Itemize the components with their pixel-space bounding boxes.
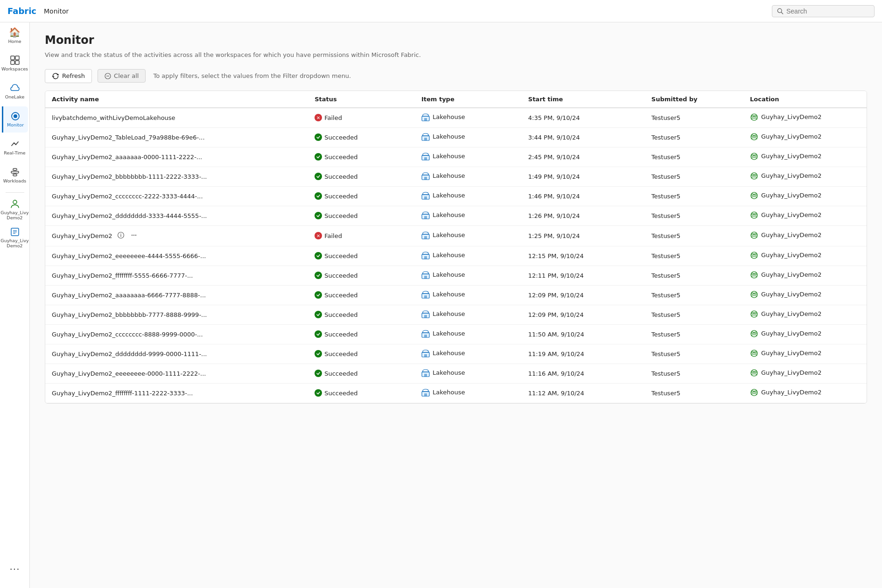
svg-point-83 (753, 293, 755, 294)
status-text: Failed (324, 114, 342, 121)
sidebar-item-guyhay2[interactable]: Guyhay_Livy Demo2 (2, 224, 28, 251)
search-box[interactable] (772, 5, 875, 17)
activity-name-cell[interactable]: Guyhay_LivyDemo2_cccccccc-8888-9999-0000… (45, 324, 308, 344)
location-content: Guyhay_LivyDemo2 (750, 310, 822, 318)
location-icon (750, 310, 758, 318)
succeeded-icon (315, 330, 322, 338)
location-text: Guyhay_LivyDemo2 (761, 389, 822, 396)
onelake-icon (10, 83, 20, 93)
refresh-icon (52, 72, 59, 80)
svg-rect-73 (424, 276, 427, 279)
start-time-cell: 2:45 PM, 9/10/24 (522, 147, 645, 167)
sidebar-item-onelake[interactable]: OneLake (2, 78, 28, 105)
sidebar-item-home[interactable]: 🏠 Home (2, 22, 28, 49)
status-text: Succeeded (324, 331, 357, 338)
fabric-logo: Fabric (7, 6, 36, 16)
item-type-text: Lakehouse (433, 133, 465, 140)
svg-point-57 (131, 234, 132, 235)
sidebar-item-workloads[interactable]: Workloads (2, 162, 28, 189)
activity-name-cell[interactable]: Guyhay_LivyDemo2_TableLoad_79a988be-69e6… (45, 127, 308, 147)
location-content: Guyhay_LivyDemo2 (750, 133, 822, 141)
location-text: Guyhay_LivyDemo2 (761, 192, 822, 199)
activity-name-cell[interactable]: livybatchdemo_withLivyDemoLakehouse (45, 108, 308, 128)
col-header-itemtype: Item type (415, 91, 522, 108)
lakehouse-icon (421, 388, 430, 397)
start-time-cell: 1:49 PM, 9/10/24 (522, 167, 645, 186)
svg-point-23 (753, 115, 755, 117)
activity-name-cell[interactable]: Guyhay_LivyDemo2_eeeeeeee-0000-1111-2222… (45, 364, 308, 383)
status-cell: ✕Failed (308, 108, 415, 128)
item-type-content: Lakehouse (421, 133, 465, 141)
refresh-button[interactable]: Refresh (45, 69, 92, 83)
activity-name-cell[interactable]: Guyhay_LivyDemo2_ffffffff-5555-6666-7777… (45, 266, 308, 285)
activity-name-cell[interactable]: Guyhay_LivyDemo2_dddddddd-3333-4444-5555… (45, 206, 308, 225)
sidebar-divider (6, 192, 24, 193)
succeeded-icon (315, 350, 322, 357)
start-time-cell: 11:19 AM, 9/10/24 (522, 344, 645, 364)
succeeded-icon (315, 252, 322, 259)
lakehouse-icon (421, 191, 430, 200)
start-time-cell: 12:09 PM, 9/10/24 (522, 285, 645, 305)
lakehouse-icon (421, 133, 430, 141)
item-type-text: Lakehouse (433, 231, 465, 238)
succeeded-icon (315, 153, 322, 161)
activity-name-cell[interactable]: Guyhay_LivyDemo2_eeeeeeee-4444-5555-6666… (45, 246, 308, 266)
sidebar-workloads-label: Workloads (3, 178, 26, 183)
succeeded-icon (315, 133, 322, 141)
location-cell: Guyhay_LivyDemo2 (743, 127, 867, 147)
activity-name-cell[interactable]: Guyhay_LivyDemo2_aaaaaaaa-6666-7777-8888… (45, 285, 308, 305)
status-badge: Succeeded (315, 173, 357, 180)
submitted-by-cell: Testuser5 (645, 305, 743, 324)
search-input[interactable] (786, 7, 869, 15)
activity-name-cell[interactable]: Guyhay_LivyDemo2_ffffffff-1111-2222-3333… (45, 383, 308, 403)
item-type-text: Lakehouse (433, 153, 465, 160)
submitted-by-cell: Testuser5 (645, 108, 743, 128)
svg-rect-3 (15, 56, 19, 60)
location-cell: Guyhay_LivyDemo2 (743, 383, 867, 403)
svg-rect-31 (424, 157, 427, 160)
activity-name-cell[interactable]: Guyhay_LivyDemo2_dddddddd-9999-0000-1111… (45, 344, 308, 364)
item-type-content: Lakehouse (421, 310, 465, 318)
location-content: Guyhay_LivyDemo2 (750, 152, 822, 161)
sidebar-item-guyhay1[interactable]: Guyhay_Livy Demo2 (2, 196, 28, 223)
table-row: Guyhay_LivyDemo2_ffffffff-5555-6666-7777… (45, 266, 867, 285)
sidebar-monitor-label: Monitor (7, 122, 24, 127)
location-content: Guyhay_LivyDemo2 (750, 231, 822, 239)
info-button[interactable] (116, 231, 126, 241)
section-label: Monitor (44, 7, 69, 15)
sidebar-item-workspaces[interactable]: Workspaces (2, 50, 28, 77)
activity-name-cell[interactable]: Guyhay_LivyDemo2_cccccccc-2222-3333-4444… (45, 186, 308, 206)
sidebar: 🏠 Home Workspaces OneLake Monitor Real-T… (0, 0, 30, 588)
submitted-by-cell: Testuser5 (645, 344, 743, 364)
item-type-text: Lakehouse (433, 291, 465, 298)
status-cell: Succeeded (308, 167, 415, 186)
svg-rect-49 (424, 216, 427, 219)
submitted-by-cell: Testuser5 (645, 225, 743, 246)
submitted-by-cell: Testuser5 (645, 127, 743, 147)
svg-rect-10 (13, 174, 17, 176)
location-content: Guyhay_LivyDemo2 (750, 290, 822, 299)
sidebar-item-more[interactable]: ··· (2, 556, 28, 582)
status-text: Succeeded (324, 193, 357, 200)
sidebar-item-realtime[interactable]: Real-Time (2, 134, 28, 161)
more-options-button[interactable] (129, 231, 139, 241)
svg-rect-67 (424, 256, 427, 259)
location-cell: Guyhay_LivyDemo2 (743, 167, 867, 186)
activity-name-cell[interactable]: Guyhay_LivyDemo2 (45, 225, 308, 246)
status-text: Succeeded (324, 173, 357, 180)
status-cell: Succeeded (308, 364, 415, 383)
activity-name-cell[interactable]: Guyhay_LivyDemo2_bbbbbbbb-7777-8888-9999… (45, 305, 308, 324)
status-text: Succeeded (324, 134, 357, 141)
activity-name-cell[interactable]: Guyhay_LivyDemo2_aaaaaaa-0000-1111-2222-… (45, 147, 308, 167)
location-icon (750, 152, 758, 161)
activity-name-cell[interactable]: Guyhay_LivyDemo2_bbbbbbbb-1111-2222-3333… (45, 167, 308, 186)
item-type-text: Lakehouse (433, 369, 465, 376)
svg-point-7 (14, 114, 17, 118)
status-badge: Succeeded (315, 350, 357, 357)
svg-rect-79 (424, 295, 427, 298)
main-content: Monitor View and track the status of the… (30, 22, 882, 588)
clear-all-button[interactable]: Clear all (98, 69, 146, 83)
location-content: Guyhay_LivyDemo2 (750, 211, 822, 219)
sidebar-item-monitor[interactable]: Monitor (2, 106, 28, 133)
location-icon (750, 172, 758, 180)
